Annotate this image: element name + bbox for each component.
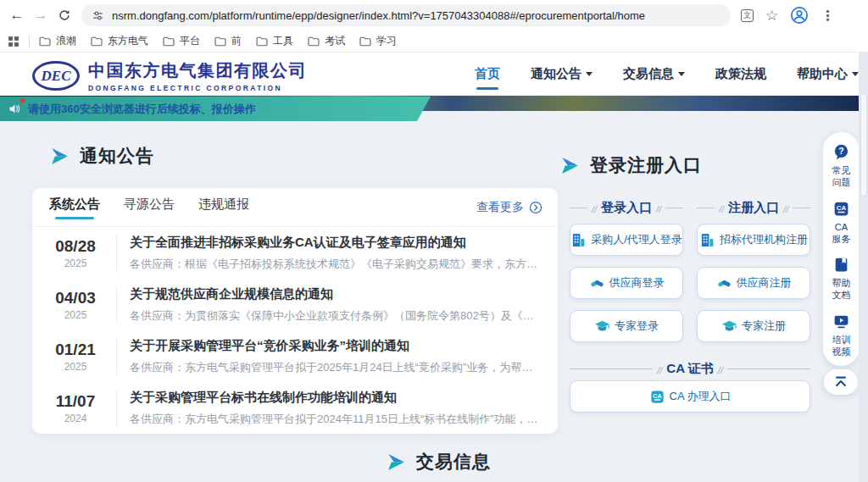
bookmark-folder-pingtai[interactable]: 平台 [162,34,200,48]
bookmark-folder-qian[interactable]: 前 [214,34,242,48]
view-more-link[interactable]: 查看更多 [476,200,542,215]
reload-button[interactable] [53,3,76,27]
trade-section-heading: 交易信息 [386,450,491,474]
folder-icon [214,35,227,48]
nav-item-trade-info[interactable]: 交易信息 [623,66,685,82]
bookmark-folder-dongfang[interactable]: 东方电气 [90,34,148,48]
company-name-en: DONGFANG ELECTRIC CORPORATION [88,84,307,92]
login-group-label: 登录入口 [601,200,652,216]
chevron-down-icon [852,72,859,80]
quickbar-label: 帮助 文档 [832,277,851,302]
supplier-login-button[interactable]: 供应商登录 [570,267,683,299]
button-label: 采购人/代理人登录 [591,232,682,247]
expert-login-button[interactable]: 专家登录 [570,310,683,342]
purchaser-agent-login-button[interactable]: 采购人/代理人登录 [570,224,683,256]
dec-logo-icon: DEC [32,61,80,91]
bookmark-folder-gongju[interactable]: 工具 [255,34,293,48]
register-group-label: 注册入口 [728,200,779,216]
divider [116,286,117,324]
tab-violation-reports[interactable]: 违规通报 [198,193,249,221]
training-video-quick-item[interactable]: 培训 视频 [832,313,851,358]
bookmark-label: 学习 [376,34,397,48]
view-more-label: 查看更多 [476,200,524,215]
notice-list-item[interactable]: 11/07 2024 关于采购管理平台标书在线制作功能培训的通知 各供应商：东方… [32,382,558,434]
notice-month-day: 04/03 [47,289,103,307]
tab-sourcing-notices[interactable]: 寻源公告 [124,193,175,221]
divider [665,208,683,208]
bookmark-label: 平台 [180,34,200,48]
handshake-icon [589,275,605,291]
back-to-top-button[interactable] [824,369,858,395]
notice-title[interactable]: 关于全面推进非招标采购业务CA认证及电子签章应用的通知 [130,235,542,251]
profile-avatar-icon[interactable] [790,6,809,25]
ca-service-quick-item[interactable]: CA CA 服务 [832,200,851,246]
notice-year: 2025 [47,309,103,321]
button-label: 招标代理机构注册 [720,232,808,247]
question-icon: ? [832,143,850,161]
apps-grid-icon[interactable] [8,36,19,47]
org-building-icon [699,232,715,248]
ca-group-header: CA 证书 [570,361,810,377]
page-scrollbar[interactable] [859,53,868,482]
nav-label: 帮助中心 [797,66,848,82]
notices-section-heading: 通知公告 [49,144,154,168]
translate-icon[interactable]: 文 [741,9,754,22]
svg-text:?: ? [838,146,843,156]
bookmark-folder-langchao[interactable]: 浪潮 [38,34,76,48]
nav-item-home[interactable]: 首页 [475,66,500,82]
bookmark-star-icon[interactable]: ☆ [765,7,778,25]
company-logo[interactable]: DEC 中国东方电气集团有限公司 DONGFANG ELECTRIC CORPO… [32,59,307,92]
faq-quick-item[interactable]: ? 常见 问题 [832,143,851,189]
ca-badge-icon: CA [649,389,665,405]
slash-ornament [714,362,727,377]
chevron-down-icon [678,72,685,80]
notice-summary: 各供应商：东方电气采购管理平台拟于2025年1月24日上线“竞价采购”业务，为帮… [130,360,542,375]
notice-title[interactable]: 关于规范供应商企业规模信息的通知 [130,286,542,302]
divider [29,36,30,47]
browser-menu-icon[interactable]: ⋮ [821,8,834,24]
notice-list-item[interactable]: 01/21 2025 关于开展采购管理平台“竞价采购业务”培训的通知 各供应商：… [32,330,558,382]
forward-button[interactable]: → [29,3,53,27]
divider [697,208,715,208]
nav-item-policies[interactable]: 政策法规 [715,66,766,82]
divider [570,208,587,208]
slash-ornament [653,362,666,377]
ca-entry-button[interactable]: CA CA 办理入口 [570,380,810,413]
folder-icon [90,35,103,48]
help-doc-quick-item[interactable]: 帮助 文档 [832,256,851,302]
tab-system-notices[interactable]: 系统公告 [49,193,100,221]
nav-label: 交易信息 [623,66,674,82]
url-text: nsrm.dongfang.com/platform/runtime/epp/d… [112,9,645,22]
notice-title[interactable]: 关于开展采购管理平台“竞价采购业务”培训的通知 [130,338,542,354]
supplier-register-button[interactable]: 供应商注册 [697,267,810,299]
slash-ornament [779,201,793,216]
reload-icon [58,8,71,22]
site-settings-icon[interactable] [92,9,104,22]
bookmarks-bar: 浪潮 东方电气 平台 前 工具 考试 学习 [0,30,868,53]
bookmark-folder-kaoshi[interactable]: 考试 [307,34,345,48]
notice-list-item[interactable]: 04/03 2025 关于规范供应商企业规模信息的通知 各供应商：为贯彻落实《保… [32,279,558,330]
button-label: CA 办理入口 [670,389,732,404]
expert-register-button[interactable]: 专家注册 [697,310,810,342]
graduation-cap-icon [594,319,610,335]
folder-icon [162,35,175,48]
notices-card: 系统公告 寻源公告 违规通报 查看更多 08/28 2025 关于全面推进非招标… [32,188,558,434]
notice-list-item[interactable]: 08/28 2025 关于全面推进非招标采购业务CA认证及电子签章应用的通知 各… [32,227,558,279]
bidding-agency-register-button[interactable]: 招标代理机构注册 [697,224,810,256]
scrollbar-thumb[interactable] [860,93,867,197]
browser-notice-ribbon: 请使用360安全浏览器进行后续投标、报价操作 [0,97,431,121]
button-label: 专家注册 [742,319,786,334]
notice-title[interactable]: 关于采购管理平台标书在线制作功能培训的通知 [130,390,542,406]
notice-year: 2025 [47,361,103,373]
section-arrow-icon [49,147,69,166]
notice-date: 01/21 2025 [47,341,103,373]
quick-access-bar: ? 常见 问题 CA CA 服务 帮助 文档 培训 视频 [823,132,860,366]
notice-month-day: 01/21 [47,341,103,359]
address-bar[interactable]: nsrm.dongfang.com/platform/runtime/epp/d… [81,4,731,26]
speaker-icon [8,102,22,116]
bookmark-folder-xuexi[interactable]: 学习 [359,34,397,48]
notice-summary: 各供应商：根据《电子招标投标系统技术规范》《电子采购交易规范》要求，东方电气采购… [130,257,542,272]
nav-item-notices[interactable]: 通知公告 [531,66,593,82]
back-button[interactable]: ← [5,3,29,27]
nav-item-help-center[interactable]: 帮助中心 [797,66,859,82]
